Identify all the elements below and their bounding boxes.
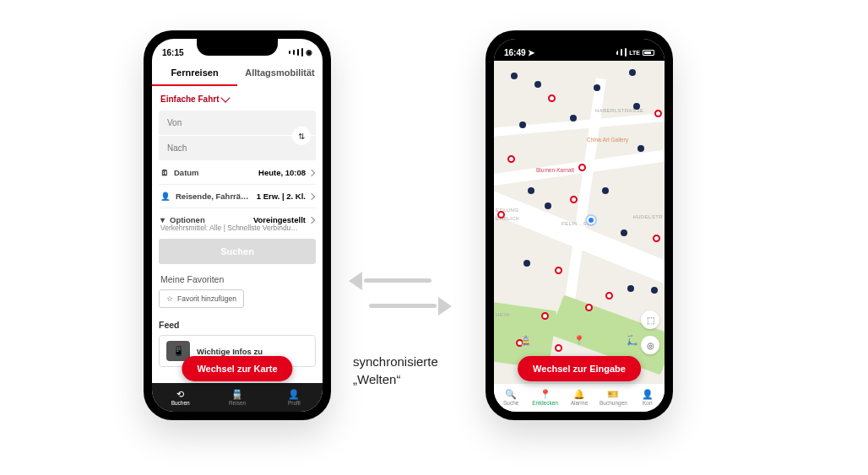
swap-icon[interactable]: ⇅ bbox=[292, 127, 311, 145]
map-marker-icon[interactable] bbox=[528, 187, 534, 194]
profile-icon: 👤 bbox=[288, 390, 300, 399]
feed-heading: Feed bbox=[159, 320, 316, 330]
map-marker-icon[interactable] bbox=[633, 103, 640, 110]
map-marker-icon[interactable] bbox=[602, 187, 609, 194]
map-marker-icon[interactable] bbox=[511, 73, 518, 79]
map-marker-icon[interactable] bbox=[578, 164, 586, 171]
nav-buchen[interactable]: ⟲ Buchen bbox=[152, 383, 209, 412]
signal-bar-icon bbox=[297, 49, 299, 56]
notch bbox=[539, 39, 620, 56]
add-favorite-button[interactable]: ☆ Favorit hinzufügen bbox=[159, 289, 244, 308]
train-icon: 🚆 bbox=[231, 390, 243, 399]
map-marker-icon[interactable] bbox=[541, 312, 549, 320]
signal-bar-icon bbox=[301, 48, 303, 57]
user-location-icon bbox=[587, 216, 595, 224]
status-icons: ◉ bbox=[289, 48, 312, 57]
profile-icon: 👤 bbox=[642, 390, 654, 399]
mode-train-icon[interactable]: 🚊 bbox=[499, 331, 552, 349]
arrow-right-icon bbox=[366, 295, 458, 316]
screen-left: 16:15 ◉ Fernreisen Alltagsmobilität Einf… bbox=[152, 39, 323, 412]
signal-bar-icon bbox=[289, 51, 290, 54]
from-to-block: Von Nach ⇅ bbox=[159, 111, 316, 161]
signal-bar-icon bbox=[293, 50, 295, 55]
discover-icon: 📍 bbox=[540, 390, 551, 399]
network-label: LTE bbox=[629, 50, 640, 56]
trip-type-value: Einfache Fahrt bbox=[160, 94, 219, 104]
mode-pin-icon[interactable]: 📍 bbox=[552, 331, 605, 349]
phone-left: 16:15 ◉ Fernreisen Alltagsmobilität Einf… bbox=[144, 30, 331, 420]
location-icon: ➤ bbox=[528, 48, 534, 57]
status-icons: LTE bbox=[612, 48, 654, 57]
mode-scooter-icon[interactable]: 🛴 bbox=[606, 331, 659, 349]
map-marker-icon[interactable] bbox=[497, 211, 505, 219]
signal-bar-icon bbox=[621, 49, 622, 56]
map-marker-icon[interactable] bbox=[637, 145, 644, 152]
search-button[interactable]: Suchen bbox=[159, 239, 316, 264]
feed-card-title: Wichtige Infos zu bbox=[197, 347, 263, 356]
map-view[interactable]: HABERLSTRASSE EDLUNG ENBLICK FELIN…STR H… bbox=[494, 61, 665, 383]
travelers-row[interactable]: 👤Reisende, Fahrrä… 1 Erw. | 2. Kl. bbox=[159, 185, 316, 208]
nav-entdecken[interactable]: 📍Entdecken bbox=[528, 384, 561, 412]
nav-reisen[interactable]: 🚆 Reisen bbox=[209, 383, 265, 412]
map-marker-icon[interactable] bbox=[519, 121, 526, 128]
person-icon: 👤 bbox=[160, 192, 171, 201]
map-marker-icon[interactable] bbox=[555, 267, 562, 274]
switch-to-input-button[interactable]: Wechsel zur Eingabe bbox=[518, 356, 641, 381]
map-marker-icon[interactable] bbox=[507, 155, 515, 163]
phone-right: 16:49 ➤ LTE HABERLSTRASSE EDLUN bbox=[486, 30, 673, 420]
sync-arrows bbox=[342, 270, 460, 316]
nav-buchungen[interactable]: 🎫Buchungen bbox=[596, 384, 630, 412]
map-marker-icon[interactable] bbox=[653, 235, 660, 242]
chevron-right-icon bbox=[308, 192, 315, 199]
wifi-icon: ◉ bbox=[306, 48, 312, 57]
nav-alarme[interactable]: 🔔Alarme bbox=[562, 384, 596, 412]
options-subline: Verkehrsmittel: Alle | Schnellste Verbin… bbox=[159, 224, 316, 232]
bottomnav-right: 🔍Suche 📍Entdecken 🔔Alarme 🎫Buchungen 👤Ko… bbox=[494, 383, 665, 412]
map-marker-icon[interactable] bbox=[545, 202, 551, 209]
map-marker-icon[interactable] bbox=[621, 229, 627, 236]
date-row[interactable]: 🗓Datum Heute, 10:08 bbox=[159, 161, 316, 185]
nav-konto[interactable]: 👤Kon bbox=[631, 384, 665, 412]
bell-icon: 🔔 bbox=[573, 390, 585, 399]
caption: synchronisierte „Welten“ bbox=[353, 353, 438, 388]
signal-bar-icon bbox=[625, 48, 627, 57]
tab-alltagsmobilitaet[interactable]: Alltagsmobilität bbox=[237, 61, 323, 86]
top-tabs: Fernreisen Alltagsmobilität bbox=[152, 61, 323, 86]
map-marker-icon[interactable] bbox=[570, 196, 578, 203]
map-marker-icon[interactable] bbox=[627, 285, 634, 292]
nav-suche[interactable]: 🔍Suche bbox=[494, 384, 528, 412]
trip-type-selector[interactable]: Einfache Fahrt bbox=[159, 91, 316, 107]
map-marker-icon[interactable] bbox=[585, 304, 593, 311]
map-poi-label: Blumen-Karnatt bbox=[536, 167, 574, 173]
route-icon: ⟲ bbox=[176, 390, 184, 399]
map-poi-label: China Art Gallery bbox=[587, 137, 628, 143]
chevron-right-icon bbox=[308, 216, 315, 223]
map-marker-icon[interactable] bbox=[594, 84, 600, 91]
battery-icon bbox=[643, 50, 654, 56]
map-layers-button[interactable]: ⬚ bbox=[641, 310, 659, 329]
status-time: 16:15 bbox=[162, 48, 184, 57]
search-icon: 🔍 bbox=[505, 390, 517, 399]
tab-fernreisen[interactable]: Fernreisen bbox=[152, 61, 237, 86]
map-marker-icon[interactable] bbox=[548, 94, 556, 102]
map-marker-icon[interactable] bbox=[524, 260, 530, 267]
nav-profil[interactable]: 👤 Profil bbox=[266, 383, 323, 412]
map-marker-icon[interactable] bbox=[570, 115, 577, 121]
chevron-right-icon bbox=[308, 169, 315, 175]
ticket-icon: 🎫 bbox=[607, 390, 619, 399]
star-icon: ☆ bbox=[166, 294, 173, 303]
mode-bar: 🚊 📍 🛴 bbox=[499, 331, 659, 349]
map-area-label: HEIM bbox=[496, 312, 510, 317]
chevron-down-icon bbox=[221, 93, 231, 102]
screen-right: 16:49 ➤ LTE HABERLSTRASSE EDLUN bbox=[494, 39, 665, 412]
map-marker-icon[interactable] bbox=[651, 287, 658, 294]
switch-to-map-button[interactable]: Wechsel zur Karte bbox=[182, 356, 292, 381]
favorites-heading: Meine Favoriten bbox=[160, 274, 314, 284]
map-marker-icon[interactable] bbox=[605, 292, 613, 300]
map-marker-icon[interactable] bbox=[534, 81, 541, 88]
search-form: Einfache Fahrt Von Nach ⇅ 🗓Datum Heute, … bbox=[152, 86, 323, 372]
calendar-icon: 🗓 bbox=[160, 168, 169, 177]
map-marker-icon[interactable] bbox=[654, 110, 662, 117]
map-area-label: HUDELSTR bbox=[632, 214, 663, 219]
map-marker-icon[interactable] bbox=[629, 69, 636, 76]
